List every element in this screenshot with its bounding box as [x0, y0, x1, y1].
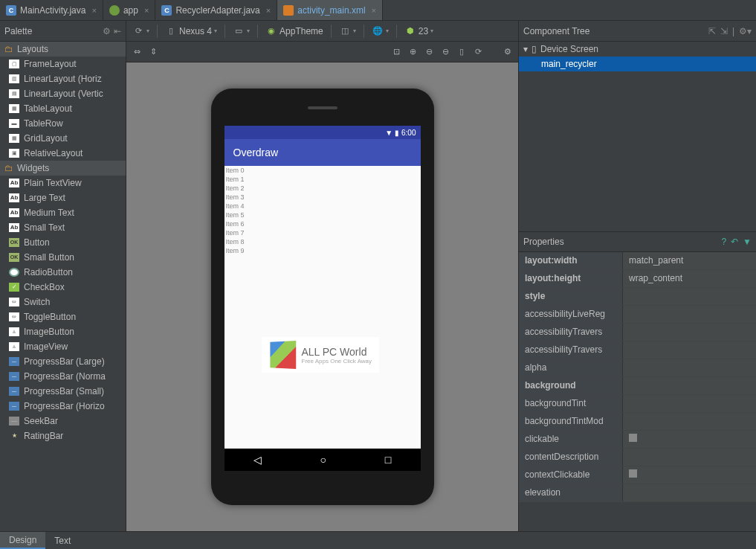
property-value[interactable] [623, 324, 756, 341]
expand-all-icon[interactable]: ⇱ [708, 26, 716, 36]
expand-horiz-icon[interactable]: ⇔ [131, 46, 143, 58]
zoom-out-icon[interactable]: ⊖ [439, 46, 451, 58]
palette-item[interactable]: AbLarge Text [0, 190, 126, 205]
property-value[interactable] [623, 359, 756, 376]
property-value[interactable] [623, 449, 756, 466]
property-value[interactable] [623, 413, 756, 430]
zoom-in-icon[interactable]: ⊕ [407, 46, 419, 58]
widget-icon: Ab [9, 223, 19, 232]
property-row[interactable]: accessibilityLiveReg [519, 306, 756, 324]
toggle-view-button[interactable]: ⟳▾ [129, 24, 152, 39]
property-value[interactable] [623, 288, 756, 305]
palette-item[interactable]: OKSmall Button [0, 250, 126, 265]
close-icon[interactable]: × [91, 6, 96, 15]
palette-item[interactable]: —ProgressBar (Norma [0, 369, 126, 384]
palette-item[interactable]: AbSmall Text [0, 220, 126, 235]
palette-item[interactable]: —ProgressBar (Small) [0, 384, 126, 399]
screenshot-icon[interactable]: ▯ [456, 46, 468, 58]
palette-item[interactable]: ▦TableLayout [0, 101, 126, 116]
property-row[interactable]: elevation [519, 484, 756, 502]
property-row[interactable]: contentDescription [519, 449, 756, 466]
palette-item[interactable]: ⬄ToggleButton [0, 309, 126, 324]
property-row[interactable]: layout:heightwrap_content [519, 270, 756, 288]
property-row[interactable]: backgroundTint [519, 395, 756, 413]
file-tab[interactable]: CMainActivity.java× [0, 0, 103, 20]
zoom-actual-icon[interactable]: ⊖ [423, 46, 435, 58]
design-canvas[interactable]: ▼ ▮ 6:00 Overdraw Item 0Item 1Item 2Item… [126, 62, 518, 531]
api-selector[interactable]: ⬢23▾ [401, 24, 436, 39]
text-tab[interactable]: Text [45, 532, 80, 549]
design-tab[interactable]: Design [0, 532, 45, 549]
palette-item[interactable]: RadioButton [0, 265, 126, 280]
palette-item[interactable]: —ProgressBar (Horizo [0, 399, 126, 414]
property-value[interactable]: match_parent [623, 252, 756, 269]
property-row[interactable]: accessibilityTravers [519, 324, 756, 341]
close-icon[interactable]: × [266, 6, 271, 15]
palette-item[interactable]: —ProgressBar (Large) [0, 354, 126, 369]
battery-icon: ▮ [395, 129, 399, 137]
undo-icon[interactable]: ↶ [731, 237, 738, 247]
palette-item[interactable]: OKButton [0, 235, 126, 250]
component-tree[interactable]: ▾ ▯ Device Screen main_recycler [519, 42, 756, 231]
settings-icon[interactable]: ⚙ [502, 46, 514, 58]
tree-row-recycler[interactable]: main_recycler [519, 57, 756, 71]
property-row[interactable]: accessibilityTravers [519, 341, 756, 359]
help-icon[interactable]: ? [721, 237, 726, 247]
checkbox-icon[interactable] [629, 469, 637, 478]
refresh-icon[interactable]: ⟳ [472, 46, 484, 58]
collapse-icon[interactable]: ⇤ [114, 26, 121, 36]
palette-item[interactable]: ▣RelativeLayout [0, 146, 126, 161]
locale-button[interactable]: 🌐▾ [369, 24, 392, 39]
file-tab[interactable]: activity_main.xml× [277, 0, 383, 20]
device-selector[interactable]: ▯Nexus 4▾ [162, 24, 220, 39]
property-row[interactable]: clickable [519, 431, 756, 449]
property-value[interactable] [623, 395, 756, 412]
close-icon[interactable]: × [144, 6, 149, 15]
collapse-all-icon[interactable]: ⇲ [720, 26, 728, 36]
checkbox-icon[interactable] [629, 434, 637, 442]
filter-icon[interactable]: ▼ [743, 237, 752, 247]
property-value[interactable] [623, 341, 756, 359]
palette-item[interactable]: AbPlain TextView [0, 176, 126, 190]
property-row[interactable]: background [519, 377, 756, 395]
palette-group-header[interactable]: 🗀Layouts [0, 42, 126, 57]
palette-item[interactable]: ▥LinearLayout (Horiz [0, 71, 126, 86]
property-value[interactable] [623, 431, 756, 448]
gear-icon[interactable]: ⚙ [103, 26, 111, 36]
property-value[interactable] [623, 466, 756, 484]
property-value[interactable] [623, 306, 756, 323]
zoom-fit-icon[interactable]: ⊡ [390, 46, 402, 58]
property-value[interactable]: wrap_content [623, 270, 756, 287]
palette-item[interactable]: ▤LinearLayout (Vertic [0, 86, 126, 101]
property-row[interactable]: alpha [519, 359, 756, 377]
palette-group-header[interactable]: 🗀Widgets [0, 161, 126, 176]
theme-selector[interactable]: ◉AppTheme [262, 24, 326, 39]
expand-vert-icon[interactable]: ⇕ [147, 46, 159, 58]
palette-item[interactable]: —SeekBar [0, 414, 126, 428]
close-icon[interactable]: × [372, 6, 376, 15]
palette-item[interactable]: ⬄Switch [0, 295, 126, 309]
tree-row-device[interactable]: ▾ ▯ Device Screen [519, 42, 756, 57]
orientation-button[interactable]: ▭▾ [230, 24, 253, 39]
palette-item[interactable]: ▬TableRow [0, 116, 126, 131]
palette-item[interactable]: ▦GridLayout [0, 131, 126, 146]
file-tab[interactable]: CRecyclerAdapter.java× [155, 0, 277, 20]
palette-item[interactable]: ✓CheckBox [0, 280, 126, 295]
properties-table[interactable]: layout:widthmatch_parentlayout:heightwra… [519, 252, 756, 531]
activity-button[interactable]: ◫▾ [336, 24, 359, 39]
property-row[interactable]: backgroundTintMod [519, 413, 756, 431]
palette-item[interactable]: AbMedium Text [0, 205, 126, 220]
property-row[interactable]: contextClickable [519, 466, 756, 484]
gear-icon[interactable]: ⚙▾ [739, 26, 752, 36]
palette-item[interactable]: ▲ImageView [0, 339, 126, 354]
property-value[interactable] [623, 377, 756, 394]
property-value[interactable] [623, 484, 756, 501]
recycler-preview[interactable]: Item 0Item 1Item 2Item 3Item 4Item 5Item… [224, 166, 421, 471]
file-tab[interactable]: app× [103, 0, 155, 20]
palette-item[interactable]: ★RatingBar [0, 428, 126, 443]
palette-item[interactable]: ▢FrameLayout [0, 57, 126, 71]
property-row[interactable]: style [519, 288, 756, 306]
palette-item[interactable]: ▲ImageButton [0, 324, 126, 339]
property-row[interactable]: layout:widthmatch_parent [519, 252, 756, 270]
group-label: Widgets [17, 163, 49, 173]
